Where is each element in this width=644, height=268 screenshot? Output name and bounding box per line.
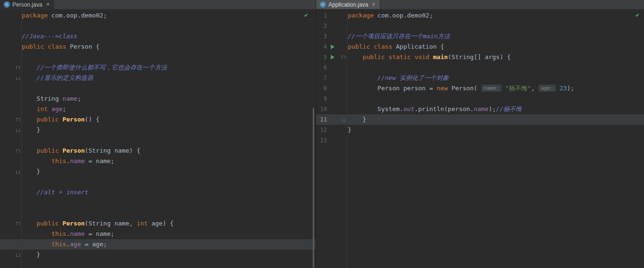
- fold-marker-icon[interactable]: [342, 56, 345, 59]
- line-number[interactable]: 11: [316, 114, 327, 125]
- gutter-separator: [347, 9, 347, 268]
- code-text: int age;: [0, 105, 66, 112]
- fold-marker-icon[interactable]: [16, 129, 20, 132]
- code-area: 1package com.oop.demo02;23//一个项目应该只存在一个m…: [316, 10, 644, 146]
- fold-marker-icon[interactable]: [16, 118, 20, 121]
- vertical-scrollbar[interactable]: [313, 108, 314, 268]
- code-line[interactable]: 1package com.oop.demo02;: [316, 10, 644, 21]
- code-line[interactable]: //一个类即使什么都不写，它也会存在一个方法: [0, 62, 316, 73]
- code-line[interactable]: 6: [316, 62, 644, 73]
- line-number[interactable]: 7: [316, 73, 327, 83]
- code-text: this.name = name;: [0, 230, 115, 237]
- code-line[interactable]: this.name = name;: [0, 229, 316, 239]
- code-line[interactable]: [0, 83, 316, 94]
- code-text: public Person(String name, int age) {: [0, 220, 174, 227]
- line-number[interactable]: 1: [316, 10, 327, 21]
- fold-marker-icon[interactable]: [16, 77, 20, 80]
- code-text: //显示的定义构造器: [0, 74, 93, 81]
- code-text: [0, 85, 22, 92]
- tab-label: Application.java: [328, 1, 368, 8]
- code-text: //一个项目应该只存在一个main方法: [316, 33, 450, 40]
- code-text: }: [0, 126, 40, 133]
- editor-pane-application: C Application.java ✕ 1package com.oop.de…: [316, 0, 644, 268]
- code-line[interactable]: [0, 208, 316, 218]
- code-text: [0, 53, 22, 61]
- code-line[interactable]: }: [0, 125, 316, 135]
- class-icon: C: [4, 1, 10, 8]
- line-number[interactable]: 9: [316, 94, 327, 104]
- code-text: public class Person {: [0, 43, 99, 50]
- code-text: public Person() {: [0, 116, 99, 123]
- code-line[interactable]: }: [0, 250, 316, 260]
- code-text: String name;: [0, 95, 81, 102]
- code-line[interactable]: 3//一个项目应该只存在一个main方法: [316, 31, 644, 42]
- code-line[interactable]: package com.oop.demo02;: [0, 10, 316, 21]
- tab-bar-right: C Application.java ✕: [316, 0, 644, 9]
- code-text: }: [0, 251, 40, 258]
- editor-person[interactable]: package com.oop.demo02;//Java--->classpu…: [0, 9, 316, 268]
- code-line[interactable]: [0, 177, 316, 187]
- code-line[interactable]: 8 Person person = new Person( name: "杨不悔…: [316, 83, 644, 94]
- code-line[interactable]: 11 }: [316, 114, 644, 125]
- close-icon[interactable]: ✕: [45, 1, 50, 8]
- code-text: package com.oop.demo02;: [0, 12, 107, 19]
- line-number[interactable]: 4: [316, 42, 327, 52]
- code-line[interactable]: [0, 198, 316, 208]
- code-line[interactable]: public Person(String name, int age) {: [0, 218, 316, 229]
- code-line[interactable]: int age;: [0, 104, 316, 114]
- line-number[interactable]: 3: [316, 31, 327, 42]
- code-line[interactable]: 4public class Application {: [316, 42, 644, 52]
- code-text: //Java--->class: [0, 33, 77, 40]
- fold-marker-icon[interactable]: [16, 66, 20, 69]
- fold-marker-icon[interactable]: [16, 149, 20, 153]
- code-line[interactable]: 13: [316, 135, 644, 146]
- code-line[interactable]: this.age = age;: [0, 239, 316, 250]
- fold-marker-icon[interactable]: [16, 253, 20, 257]
- class-icon: C: [320, 1, 326, 8]
- tab-application-java[interactable]: C Application.java ✕: [316, 0, 379, 9]
- code-line[interactable]: String name;: [0, 94, 316, 104]
- line-number[interactable]: 5: [316, 52, 327, 62]
- run-icon[interactable]: [331, 44, 335, 49]
- code-line[interactable]: //显示的定义构造器: [0, 73, 316, 83]
- code-text: //new 实例化了一个对象: [316, 74, 449, 81]
- parameter-hint-chip: name:: [481, 85, 502, 92]
- line-number[interactable]: 6: [316, 62, 327, 73]
- code-line[interactable]: [0, 52, 316, 62]
- code-line[interactable]: 10 System.out.println(person.name);//杨不悔: [316, 104, 644, 114]
- inspection-check-icon[interactable]: ✔: [635, 11, 639, 18]
- line-number[interactable]: 13: [316, 135, 327, 146]
- code-line[interactable]: [0, 135, 316, 146]
- tab-label: Person.java: [12, 1, 42, 8]
- editor-application[interactable]: 1package com.oop.demo02;23//一个项目应该只存在一个m…: [316, 9, 644, 268]
- line-number[interactable]: 2: [316, 21, 327, 31]
- code-text: }: [0, 168, 40, 175]
- code-text: this.name = name;: [0, 157, 115, 164]
- line-number[interactable]: 8: [316, 83, 327, 94]
- code-text: //一个类即使什么都不写，它也会存在一个方法: [0, 64, 167, 71]
- run-icon[interactable]: [331, 55, 335, 60]
- code-line[interactable]: }: [0, 166, 316, 177]
- inspection-check-icon[interactable]: ✔: [304, 11, 308, 18]
- code-line[interactable]: //alt + insert: [0, 187, 316, 198]
- line-number[interactable]: 10: [316, 104, 327, 114]
- parameter-hint-chip: age:: [538, 85, 556, 92]
- code-line[interactable]: [0, 21, 316, 31]
- code-line[interactable]: 5 public static void main(String[] args)…: [316, 52, 644, 62]
- fold-marker-icon[interactable]: [16, 170, 20, 173]
- line-number[interactable]: 12: [316, 125, 327, 135]
- code-line[interactable]: 12}: [316, 125, 644, 135]
- code-line[interactable]: //Java--->class: [0, 31, 316, 42]
- code-line[interactable]: 9: [316, 94, 644, 104]
- code-line[interactable]: 7 //new 实例化了一个对象: [316, 73, 644, 83]
- fold-marker-icon[interactable]: [342, 118, 345, 121]
- tab-person-java[interactable]: C Person.java ✕: [0, 0, 54, 9]
- code-line[interactable]: public Person() {: [0, 114, 316, 125]
- code-text: package com.oop.demo02;: [316, 12, 433, 19]
- code-line[interactable]: public class Person {: [0, 42, 316, 52]
- code-line[interactable]: 2: [316, 21, 644, 31]
- code-line[interactable]: this.name = name;: [0, 156, 316, 166]
- fold-marker-icon[interactable]: [16, 222, 20, 225]
- close-icon[interactable]: ✕: [371, 1, 376, 8]
- code-line[interactable]: public Person(String name) {: [0, 146, 316, 156]
